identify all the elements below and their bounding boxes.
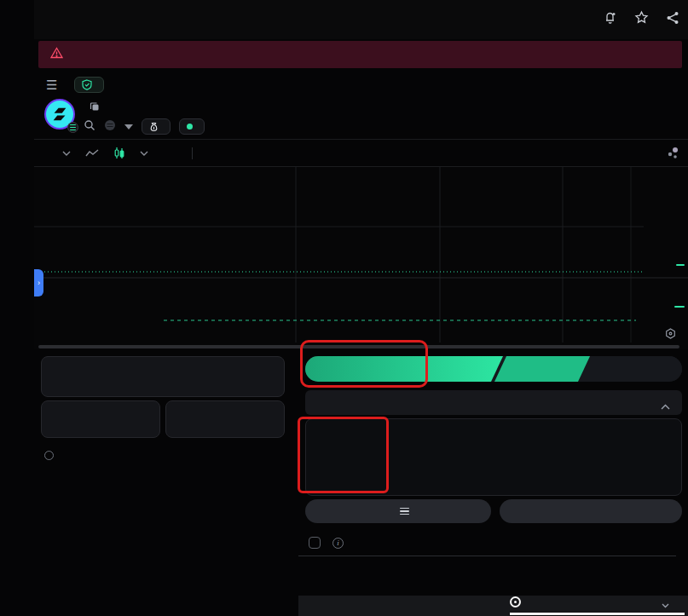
slippage-setting[interactable] [314, 600, 318, 612]
trade-settings-bar[interactable] [298, 596, 688, 616]
buy-sell-switch [305, 356, 682, 382]
top-navigation [34, 0, 688, 39]
buy-tab[interactable] [305, 356, 503, 382]
info-icon[interactable]: i [332, 538, 344, 549]
pane-collapse-handle[interactable]: › [34, 269, 43, 296]
pool-card [165, 400, 285, 438]
trades-table-header [41, 446, 292, 463]
audit-badge[interactable] [74, 77, 104, 93]
notification-bell-icon[interactable] [603, 10, 617, 25]
search-icon[interactable] [84, 119, 95, 135]
chart-scrollbar[interactable] [38, 345, 679, 348]
status-dot [187, 124, 193, 130]
panel-layout-icon[interactable] [666, 147, 679, 164]
shield-check-icon [82, 79, 92, 90]
chart-style-chevron-icon[interactable] [140, 151, 148, 156]
copy-address-icon[interactable] [90, 100, 100, 115]
sell-tab[interactable] [590, 356, 682, 382]
favorite-star-icon[interactable] [634, 10, 649, 25]
amount-menu-icon [400, 508, 409, 515]
balance-badge[interactable] [142, 118, 171, 135]
candlestick-chart[interactable]: › [34, 167, 688, 349]
current-price-badge [676, 264, 685, 266]
axis-settings-gear-icon[interactable] [665, 327, 676, 343]
trade-mode-dropdown[interactable] [305, 390, 682, 415]
turnover-card [41, 400, 160, 438]
anti-mev-setting[interactable] [650, 603, 669, 608]
trade-panel: i [298, 351, 688, 616]
token-avatar[interactable] [44, 99, 77, 131]
market-cap-card [41, 356, 285, 397]
trades-table [41, 465, 292, 616]
priority-fee-setting[interactable] [452, 600, 456, 612]
chart-gridlines [34, 167, 688, 343]
chevron-up-icon [661, 400, 670, 412]
market-stats-panel [34, 351, 298, 616]
currency-toggle-icon[interactable] [44, 451, 54, 460]
chevron-down-icon[interactable] [124, 124, 133, 130]
toolbar-divider [192, 147, 193, 159]
explorer-icon[interactable] [104, 119, 116, 135]
token-list-icon[interactable]: ☰ [46, 78, 57, 93]
chain-badge-icon [67, 122, 78, 133]
chevron-down-icon [662, 603, 669, 608]
position-badge[interactable] [179, 118, 205, 135]
chart-toolbar [34, 139, 688, 167]
time-axis[interactable] [34, 327, 688, 341]
header-volume[interactable] [41, 451, 135, 460]
amount-row [305, 499, 682, 523]
custom-amount-button[interactable] [500, 499, 682, 523]
interval-dropdown-chevron-icon[interactable] [62, 151, 71, 156]
checkbox[interactable] [309, 537, 321, 549]
volume-sma-badge [674, 306, 685, 308]
panel-divider [298, 556, 676, 556]
share-icon[interactable] [666, 11, 679, 25]
trade-mode-menu [305, 418, 682, 496]
liquidity-warning-banner [38, 41, 682, 68]
sell-initial-option: i [309, 537, 344, 549]
warning-triangle-icon [50, 47, 63, 62]
trading-app-window: ☰ [0, 0, 688, 616]
candlestick-icon[interactable] [113, 147, 125, 160]
amount-button[interactable] [305, 499, 491, 523]
token-header: ☰ [34, 73, 688, 138]
money-bag-icon [149, 122, 159, 132]
price-change [674, 78, 679, 90]
line-chart-icon[interactable] [85, 149, 99, 158]
